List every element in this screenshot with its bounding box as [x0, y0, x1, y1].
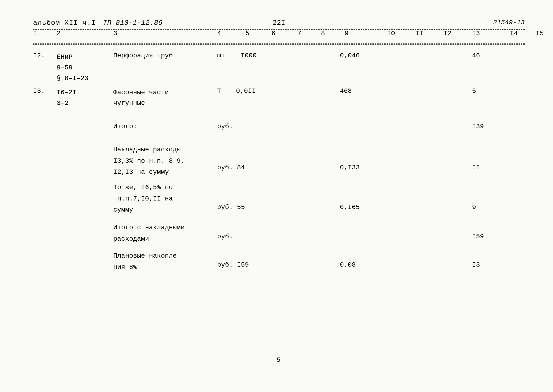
nakl2-col3-line1: То же, I6,5% по	[113, 182, 173, 193]
itogo1-col13: I39	[472, 123, 484, 130]
page: альбом XII ч.I ТП 810-1-12.86 – 22I – 21…	[0, 0, 553, 392]
col-header-3: 3	[113, 30, 117, 37]
itogo1-col3: Итого:	[113, 123, 137, 130]
table-row-plan: Плановые накопле– ния 8% руб. I59 0,08 I…	[33, 250, 525, 274]
nakl2-col4: руб. 55	[217, 203, 245, 211]
table-body: I2. ЕНиР 9–59 § 8–I–23 Перфорация труб ш…	[33, 52, 525, 274]
nakl1-col3-line1: Накладные расходы	[113, 144, 185, 155]
row-13-col2: I6–2I 3–2	[57, 87, 76, 109]
table-row-12: I2. ЕНиР 9–59 § 8–I–23 Перфорация труб ш…	[33, 52, 525, 80]
row-13-col4: Т	[217, 87, 221, 95]
col-header-10: IO	[387, 30, 395, 37]
nakl2-col13: 9	[472, 203, 476, 211]
plan-col13: I3	[472, 261, 480, 268]
col-header-8: 8	[321, 30, 325, 37]
col-header-11: II	[415, 30, 423, 37]
col-header-4: 4	[217, 30, 221, 37]
itogo2-col4: руб.	[217, 233, 233, 240]
row-13-col3-line2: чугунные	[113, 98, 169, 109]
nakl2-col3-line3: сумму	[113, 204, 173, 216]
bottom-mark: 5	[276, 356, 281, 364]
formula-label: ТП 810-1-12.86	[103, 19, 162, 27]
header-row: альбом XII ч.I ТП 810-1-12.86 – 22I – 21…	[33, 19, 525, 27]
nakl1-col4: руб. 84	[217, 164, 245, 171]
table-row-itogo2: Итого с накладными расходами руб. I59	[33, 222, 525, 245]
col-header-15: I5	[536, 30, 544, 37]
row-12-col3: Перфорация труб	[113, 52, 173, 59]
row-12-col2: ЕНиР 9–59 § 8–I–23	[57, 52, 88, 84]
itogo2-col13: I59	[472, 233, 484, 240]
row-12-col1: I2.	[33, 52, 45, 59]
col-header-13: I3	[472, 30, 480, 37]
table-row-itogo1: Итого: руб. I39	[33, 123, 525, 137]
row-12-col13: 46	[472, 52, 480, 59]
table-row-nakl1: Накладные расходы I3,3% по н.п. 8–9, I2,…	[33, 144, 525, 175]
plan-col3-line1: Плановые накопле–	[113, 250, 181, 262]
col-header-9: 9	[345, 30, 349, 37]
col-header-1: I	[33, 30, 37, 37]
row-12-col2-line3: § 8–I–23	[57, 73, 88, 84]
column-headers: I 2 3 4 5 6 7 8 9 IO II I2 I3 I4 I5	[33, 30, 525, 44]
doc-number: 21549-13	[493, 19, 525, 26]
row-13-col2-line2: 3–2	[57, 98, 76, 109]
row-13-col2-line1: I6–2I	[57, 87, 76, 98]
header-dashed-bottom	[33, 44, 525, 45]
col-header-5: 5	[245, 30, 249, 37]
nakl1-col3-line3: I2,I3 на сумму	[113, 167, 185, 178]
col-header-6: 6	[271, 30, 276, 37]
nakl2-col3-line2: п.п.7,I0,II на	[113, 193, 173, 204]
col-header-2: 2	[57, 30, 61, 37]
plan-col4: руб. I59	[217, 261, 249, 268]
center-number: – 22I –	[264, 19, 294, 27]
row-12-col2-line2: 9–59	[57, 63, 88, 73]
nakl1-col9: 0,I33	[340, 164, 360, 171]
row-13-col1: I3.	[33, 87, 45, 95]
row-13-col3: Фасонные части чугунные	[113, 87, 169, 109]
itogo2-col3-line2: расходами	[113, 233, 185, 245]
nakl1-col3-line2: I3,3% по н.п. 8–9,	[113, 155, 185, 167]
plan-col3: Плановые накопле– ния 8%	[113, 250, 181, 273]
table-row-13: I3. I6–2I 3–2 Фасонные части чугунные Т …	[33, 87, 525, 116]
nakl1-col13: II	[472, 164, 480, 171]
row-13-col5: 0,0II	[236, 87, 256, 95]
row-12-col5: I000	[241, 52, 256, 59]
row-13-col3-line1: Фасонные части	[113, 87, 169, 98]
nakl2-col9: 0,I65	[340, 203, 360, 211]
nakl1-col3: Накладные расходы I3,3% по н.п. 8–9, I2,…	[113, 144, 185, 178]
row-12-col9: 0,046	[340, 52, 360, 59]
row-12-col2-line1: ЕНиР	[57, 52, 88, 63]
row-13-col9: 468	[340, 87, 352, 95]
itogo1-col4: руб.	[217, 123, 233, 130]
itogo2-col3-line1: Итого с накладными	[113, 222, 185, 233]
col-header-7: 7	[297, 30, 301, 37]
col-header-12: I2	[444, 30, 452, 37]
table-row-nakl2: То же, I6,5% по п.п.7,I0,II на сумму руб…	[33, 182, 525, 215]
album-label: альбом XII ч.I	[33, 19, 96, 27]
col-header-14: I4	[510, 30, 518, 37]
plan-col3-line2: ния 8%	[113, 262, 181, 273]
nakl2-col3: То же, I6,5% по п.п.7,I0,II на сумму	[113, 182, 173, 216]
plan-col9: 0,08	[340, 261, 356, 268]
itogo2-col3: Итого с накладными расходами	[113, 222, 185, 245]
row-13-col13: 5	[472, 87, 476, 95]
row-12-col4: шт	[217, 52, 225, 59]
